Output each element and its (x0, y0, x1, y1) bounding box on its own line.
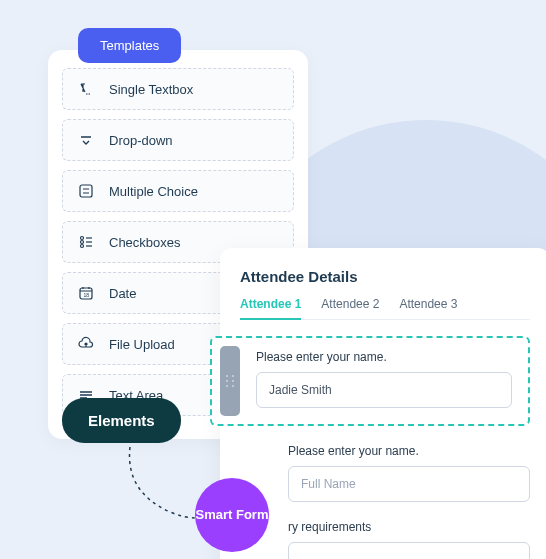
svg-point-2 (81, 241, 84, 244)
element-label: Checkboxes (109, 235, 181, 250)
element-label: Drop-down (109, 133, 173, 148)
element-label: Date (109, 286, 136, 301)
svg-point-3 (81, 245, 84, 248)
element-multiple-choice[interactable]: Multiple Choice (62, 170, 294, 212)
form-field-name: Please enter your name. (288, 444, 530, 502)
checkboxes-icon (77, 233, 95, 251)
tab-attendee-2[interactable]: Attendee 2 (321, 297, 379, 319)
element-label: File Upload (109, 337, 175, 352)
full-name-input[interactable] (288, 466, 530, 502)
dropdown-icon (77, 131, 95, 149)
elements-badge-label: Elements (88, 412, 155, 429)
details-title: Attendee Details (240, 268, 530, 285)
requirements-input[interactable] (288, 542, 530, 559)
field-label: Please enter your name. (288, 444, 530, 458)
cloud-upload-icon (77, 335, 95, 353)
name-input[interactable] (256, 372, 512, 408)
tab-attendee-3[interactable]: Attendee 3 (399, 297, 457, 319)
templates-tab-label: Templates (100, 38, 159, 53)
elements-badge: Elements (62, 398, 181, 443)
field-label: ry requirements (288, 520, 530, 534)
svg-point-1 (81, 237, 84, 240)
tab-label: Attendee 2 (321, 297, 379, 311)
tab-attendee-1[interactable]: Attendee 1 (240, 297, 301, 319)
templates-tab[interactable]: Templates (78, 28, 181, 63)
drag-handle[interactable] (220, 346, 240, 416)
element-label: Multiple Choice (109, 184, 198, 199)
attendee-tabs: Attendee 1 Attendee 2 Attendee 3 (240, 297, 530, 320)
name-prompt: Please enter your name. (256, 350, 512, 364)
svg-rect-0 (80, 185, 92, 197)
tab-label: Attendee 3 (399, 297, 457, 311)
element-dropdown[interactable]: Drop-down (62, 119, 294, 161)
form-drop-zone[interactable]: Please enter your name. (210, 336, 530, 426)
calendar-icon: 18 (77, 284, 95, 302)
tab-label: Attendee 1 (240, 297, 301, 311)
svg-text:18: 18 (84, 292, 90, 298)
smart-form-badge: Smart Form (195, 478, 269, 552)
element-label: Single Textbox (109, 82, 193, 97)
smart-form-label: Smart Form (196, 508, 269, 523)
multiple-choice-icon (77, 182, 95, 200)
textbox-icon (77, 80, 95, 98)
drag-dots-icon (226, 375, 235, 387)
element-single-textbox[interactable]: Single Textbox (62, 68, 294, 110)
form-field-requirements: ry requirements (288, 520, 530, 559)
